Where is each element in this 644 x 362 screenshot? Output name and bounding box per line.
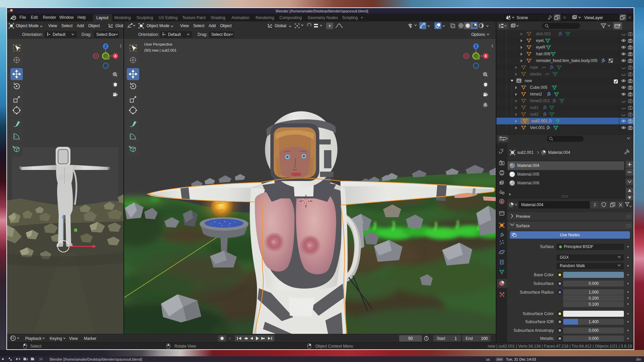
svg-text:Vert.001: Vert.001 (530, 125, 545, 130)
svg-text:Material.004: Material.004 (521, 202, 543, 207)
svg-text:Tue, 31 Dec 14:03: Tue, 31 Dec 14:03 (506, 357, 536, 361)
svg-text:tile: tile (636, 357, 641, 361)
svg-text:Material.006: Material.006 (517, 181, 539, 185)
svg-text:eyeL: eyeL (536, 38, 545, 43)
svg-text:End: End (466, 336, 473, 341)
svg-text:rope: rope (530, 65, 538, 70)
svg-text:Playback: Playback (25, 336, 42, 341)
svg-text:0.000: 0.000 (589, 336, 599, 341)
svg-text:1: 1 (454, 336, 457, 341)
svg-text:suit2: suit2 (530, 112, 539, 117)
svg-text:Subsurface: Subsurface (533, 281, 554, 286)
svg-text:Preview: Preview (516, 214, 530, 219)
svg-text:remodel_fixed.fem_bake.body.00: remodel_fixed.fem_bake.body.005 (536, 58, 598, 63)
svg-text:stocks: stocks (530, 72, 541, 76)
svg-text:Select: Select (30, 344, 42, 349)
svg-text:0.000: 0.000 (589, 328, 599, 333)
svg-text:Use Nodes: Use Nodes (560, 233, 580, 237)
svg-text:Marker: Marker (84, 336, 96, 341)
svg-text:0.000: 0.000 (589, 281, 599, 286)
svg-text:Subsurface Color: Subsurface Color (523, 311, 554, 316)
svg-text:Surface: Surface (516, 224, 530, 228)
svg-text:0.200: 0.200 (589, 296, 599, 301)
svg-text:0.100: 0.100 (589, 302, 599, 307)
svg-text:dick.001: dick.001 (536, 32, 551, 36)
svg-text:Object Context Menu: Object Context Menu (315, 344, 353, 349)
svg-text:Base Color: Base Color (534, 273, 554, 277)
svg-text:Rotate View: Rotate View (174, 344, 196, 349)
svg-text:GGX: GGX (560, 255, 569, 260)
svg-text:Keying: Keying (50, 336, 62, 341)
svg-text:Subsurface Anisotropy: Subsurface Anisotropy (514, 328, 554, 333)
svg-text:suit2.001: suit2.001 (517, 150, 534, 155)
svg-text:Material.004: Material.004 (517, 163, 539, 168)
svg-text:hair.006: hair.006 (536, 52, 550, 56)
svg-text:1.400: 1.400 (589, 319, 599, 324)
svg-text:new | suit2.001 | Verts:34,134: new | suit2.001 | Verts:34,134 | Faces:4… (488, 344, 632, 349)
svg-text:Start: Start (437, 336, 445, 341)
svg-text:Material.005: Material.005 (517, 172, 539, 177)
svg-text:2: 2 (594, 202, 596, 207)
svg-text:50: 50 (408, 336, 413, 341)
svg-text:Blender [/home/amalie/Desktop/: Blender [/home/amalie/Desktop/blender/sp… (50, 357, 142, 361)
svg-text:1.000: 1.000 (589, 290, 599, 295)
svg-text:suit1: suit1 (530, 105, 539, 110)
svg-text:hlmet2: hlmet2 (530, 92, 542, 97)
svg-text:Principled BSDF: Principled BSDF (564, 244, 593, 249)
svg-text:Random Walk: Random Walk (560, 263, 585, 268)
svg-text:new: new (525, 78, 532, 83)
svg-text:Metallic: Metallic (540, 336, 554, 341)
svg-text:Surface: Surface (540, 244, 554, 249)
svg-text:eyeR: eyeR (536, 45, 545, 50)
svg-text:View: View (69, 336, 78, 341)
svg-text:Subsurface Radius: Subsurface Radius (520, 290, 554, 295)
svg-text:Material.004: Material.004 (548, 150, 570, 155)
svg-text:Subsurface IOR: Subsurface IOR (525, 319, 554, 324)
svg-text:2834: 2834 (497, 358, 502, 361)
svg-text:100: 100 (481, 336, 488, 341)
svg-text:suit2.001: suit2.001 (531, 119, 548, 123)
svg-text:us: us (486, 357, 490, 361)
svg-text:Cube.005: Cube.005 (530, 85, 547, 90)
svg-text:hlmet2.001: hlmet2.001 (530, 99, 550, 103)
